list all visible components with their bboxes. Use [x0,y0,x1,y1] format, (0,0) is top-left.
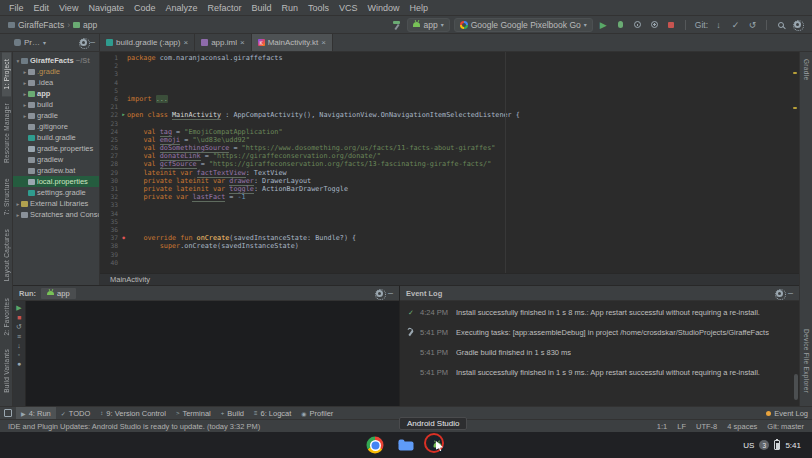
caret-position[interactable]: 1:1 [657,422,667,431]
line-number[interactable]: 32 [100,193,120,201]
close-icon[interactable]: × [183,38,188,47]
line-number[interactable]: 33 [100,201,120,209]
status-message[interactable]: IDE and Plugin Updates: Android Studio i… [8,422,260,431]
line-number[interactable]: 28 [100,160,120,168]
tree-item-gradle[interactable]: ▸gradle [13,110,99,121]
search-everywhere-button[interactable] [774,18,787,31]
event-log-entry[interactable]: 5:41 PMGradle build finished in 1 s 830 … [406,348,791,357]
run-button[interactable]: ▶ [597,18,610,31]
tool-window-switcher-icon[interactable] [4,409,12,417]
debug-button[interactable] [614,18,627,31]
tree-item-gitignore[interactable]: .gitignore [13,121,99,132]
toolwindow-button-todo[interactable]: ✓TODO [56,407,96,419]
run-tab-app[interactable]: app [41,288,76,299]
file-encoding[interactable]: UTF-8 [696,422,717,431]
code-line[interactable]: 29 lateinit var factTextView: TextView [100,169,799,177]
line-number[interactable]: 2 [100,62,120,70]
editor-code-area[interactable]: 1package com.naranjaconsal.giraffefacts2… [100,52,799,273]
line-number[interactable]: 23 [100,120,120,128]
menu-item-edit[interactable]: Edit [29,3,55,13]
toolwindow-button-terminal[interactable]: >Terminal [171,407,216,419]
line-number[interactable]: 6 [100,95,120,103]
tree-item-build[interactable]: ▸build [13,99,99,110]
menu-item-view[interactable]: View [54,3,83,13]
code-line[interactable]: 24 val tag = "EmojiCompatApplication" [100,128,799,136]
hide-panel-icon[interactable]: – [90,39,95,46]
line-number[interactable]: 27 [100,152,120,160]
line-number[interactable]: 29 [100,169,120,177]
toolwindow-button-profiler[interactable]: ◉Profiler [296,407,338,419]
tool-strip-item-2-favorites[interactable]: 2: Favorites [2,291,11,343]
stop-icon[interactable]: ■ [17,314,21,321]
code-line[interactable]: 21 [100,103,799,111]
tree-item-scratches-and-consoles[interactable]: ▸Scratches and Consoles [13,209,99,220]
files-app-icon[interactable] [398,437,415,454]
code-line[interactable]: 26 val doSomethingSource = "https://www.… [100,144,799,152]
tool-strip-item-gradle[interactable]: Gradle [802,52,811,87]
tree-item-gradle[interactable]: ▸.gradle [13,66,99,77]
line-number[interactable]: 36 [100,226,120,234]
editor-tab-mainactivity-kt[interactable]: KMainActivity.kt× [252,34,333,51]
breadcrumb-module[interactable]: app [83,20,97,30]
code-line[interactable]: 3 [100,70,799,78]
indent-style[interactable]: 4 spaces [727,422,757,431]
menu-item-navigate[interactable]: Navigate [83,3,129,13]
clear-all-icon[interactable]: ◦ [18,351,20,358]
line-separator[interactable]: LF [677,422,686,431]
menu-item-build[interactable]: Build [246,3,276,13]
tree-item-gradlew[interactable]: gradlew [13,154,99,165]
line-number[interactable]: 35 [100,218,120,226]
event-log-entry[interactable]: 5:41 PMExecuting tasks: [app:assembleDeb… [406,328,791,337]
event-log-entry[interactable]: ✓4:24 PMInstall successfully finished in… [406,308,791,317]
editor-breadcrumb[interactable]: MainActivity [100,273,799,285]
menu-item-run[interactable]: Run [277,3,304,13]
line-number[interactable]: 34 [100,210,120,218]
tool-strip-item-resource-manager[interactable]: Resource Manager [2,96,11,170]
editor-tab-build-gradle-app[interactable]: build.gradle (:app)× [100,34,195,51]
tree-item-local-properties[interactable]: local.properties [13,176,99,187]
profile-button[interactable] [631,18,644,31]
gear-icon[interactable] [776,290,783,297]
run-marker-icon[interactable]: ▶ [120,111,127,119]
code-line[interactable]: 22▶open class MainActivity : AppCompatAc… [100,111,799,119]
git-branch[interactable]: Git: master [767,422,804,431]
editor-tab-app-iml[interactable]: app.iml× [195,34,251,51]
menu-item-window[interactable]: Window [363,3,405,13]
git-update-button[interactable]: ↓ [712,18,725,31]
line-number[interactable]: 37 [100,234,120,242]
code-line[interactable]: 35 [100,218,799,226]
line-number[interactable]: 3 [100,70,120,78]
project-view-icon[interactable] [14,39,21,46]
tree-item-idea[interactable]: ▸.idea [13,77,99,88]
code-line[interactable]: 5 [100,87,799,95]
code-line[interactable]: 1package com.naranjaconsal.giraffefacts [100,54,799,62]
event-log-entry[interactable]: 5:41 PMInstall successfully finished in … [406,368,791,377]
line-number[interactable]: 26 [100,144,120,152]
line-number[interactable]: 4 [100,79,120,87]
code-line[interactable]: 36 [100,226,799,234]
tool-strip-item-1-project[interactable]: 1: Project [2,52,11,96]
tool-strip-item-device-file-explorer[interactable]: Device File Explorer [802,322,811,400]
gear-icon[interactable] [80,39,87,46]
code-line[interactable]: 32 private var lastFact = -1 [100,193,799,201]
code-line[interactable]: 38 super.onCreate(savedInstanceState) [100,242,799,250]
close-icon[interactable]: × [240,38,245,47]
git-rollback-button[interactable]: ↺ [746,18,759,31]
warning-stripe-mark[interactable] [793,107,797,109]
line-number[interactable]: 39 [100,251,120,259]
code-line[interactable]: 33 [100,201,799,209]
tool-strip-item-build-variants[interactable]: Build Variants [2,342,11,400]
scrollbar-thumb[interactable] [794,374,798,400]
build-project-button[interactable] [390,18,403,31]
gear-icon[interactable] [376,290,383,297]
line-number[interactable]: 24 [100,128,120,136]
git-commit-button[interactable]: ✓ [729,18,742,31]
stop-button[interactable] [665,18,678,31]
code-line[interactable]: 4 [100,79,799,87]
line-number[interactable]: 21 [100,103,120,111]
code-line[interactable]: 6import ... [100,95,799,103]
line-number[interactable]: 38 [100,242,120,250]
code-line[interactable]: 25 val emoji = "\ud83e\udd92" [100,136,799,144]
toolwindow-button-9-version-control[interactable]: ↕9: Version Control [95,407,171,419]
toolwindow-button-6-logcat[interactable]: ≡6: Logcat [249,407,296,419]
